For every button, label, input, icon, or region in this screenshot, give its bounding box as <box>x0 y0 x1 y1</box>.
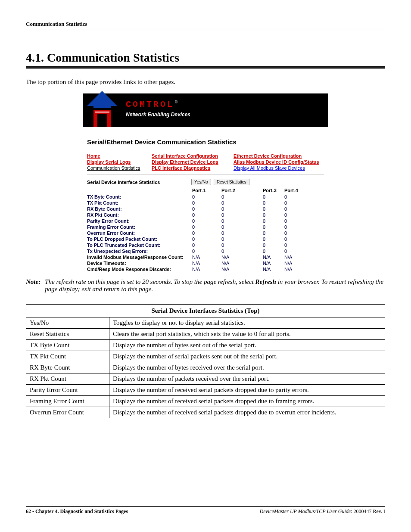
stat-value: 0 <box>221 194 263 200</box>
brand-name: COMTROL® <box>126 100 177 109</box>
stat-value: N/A <box>284 254 314 260</box>
table-row: RX Byte CountDisplays the number of byte… <box>26 362 385 373</box>
stat-value: 0 <box>284 242 314 248</box>
table-row: TX Pkt Count:0000 <box>87 200 314 206</box>
table-row: TX Pkt CountDisplays the number of seria… <box>26 351 385 362</box>
nav-divider <box>87 174 324 174</box>
stat-value: N/A <box>221 266 263 272</box>
nav-links: Home Serial Interface Configuration Ethe… <box>87 153 324 171</box>
table-row: Framing Error CountDisplays the number o… <box>26 396 385 407</box>
note-text: The refresh rate on this page is set to … <box>45 278 385 293</box>
stat-value: 0 <box>263 206 284 212</box>
definition-desc: Displays the number of received serial p… <box>109 385 385 396</box>
stat-value: 0 <box>192 206 221 212</box>
stat-label: TX Pkt Count: <box>87 200 192 206</box>
stat-value: 0 <box>263 194 284 200</box>
stat-value: 0 <box>284 212 314 218</box>
stat-value: 0 <box>221 230 263 236</box>
table-row: To PLC Truncated Packet Count:0000 <box>87 242 314 248</box>
stat-value: 0 <box>192 212 221 218</box>
screenshot-heading: Serial/Ethernet Device Communication Sta… <box>87 138 324 146</box>
link-home[interactable]: Home <box>87 153 152 159</box>
stat-value: 0 <box>263 212 284 218</box>
footer-left: 62 - Chapter 4. Diagnostic and Statistic… <box>26 508 128 515</box>
stat-label: RX Byte Count: <box>87 206 192 212</box>
col-port-4: Port-4 <box>284 187 314 194</box>
link-display-ethernet-device-logs[interactable]: Display Ethernet Device Logs <box>152 159 234 165</box>
stat-value: N/A <box>192 260 221 266</box>
definition-desc: Displays the number of received serial p… <box>109 396 385 407</box>
intro-paragraph: The top portion of this page provides li… <box>26 78 385 86</box>
stat-value: N/A <box>221 254 263 260</box>
stat-label: Cmd/Resp Mode Response Discards: <box>87 266 192 272</box>
stat-value: 0 <box>221 212 263 218</box>
definition-term: RX Pkt Count <box>26 373 109 385</box>
link-alias-modbus-device-id[interactable]: Alias Modbus Device ID Config/Status <box>234 159 324 165</box>
definition-desc: Clears the serial port statistics, which… <box>109 329 385 340</box>
stat-value: 0 <box>192 200 221 206</box>
table-row: Overrun Error Count:0000 <box>87 230 314 236</box>
stat-label: Tx Unexpected Seq Errors: <box>87 248 192 254</box>
table-row: Parity Error Count:0000 <box>87 218 314 224</box>
stat-value: 0 <box>284 248 314 254</box>
stat-value: 0 <box>263 230 284 236</box>
table-row: To PLC Dropped Packet Count:0000 <box>87 236 314 242</box>
section-name: Communication Statistics <box>47 51 179 64</box>
svg-marker-0 <box>87 91 117 108</box>
logo-arrow-icon <box>87 91 117 130</box>
table-row: Yes/NoToggles to display or not to displ… <box>26 317 385 329</box>
definition-desc: Displays the number of bytes sent out of… <box>109 340 385 351</box>
reset-statistics-button[interactable]: Reset Statistics <box>214 179 249 185</box>
stat-value: 0 <box>221 218 263 224</box>
stat-value: 0 <box>192 194 221 200</box>
embedded-screenshot: COMTROL® Network Enabling Devices Serial… <box>83 93 328 272</box>
table-row: Cmd/Resp Mode Response Discards:N/AN/AN/… <box>87 266 314 272</box>
stat-value: N/A <box>284 260 314 266</box>
table-row: Framing Error Count:0000 <box>87 224 314 230</box>
link-display-all-modbus-slave-devices[interactable]: Display All Modbus Slave Devices <box>234 165 324 171</box>
stat-value: 0 <box>192 218 221 224</box>
stat-value: 0 <box>192 230 221 236</box>
stat-value: 0 <box>284 206 314 212</box>
stat-label: TX Byte Count: <box>87 194 192 200</box>
stat-value: N/A <box>263 266 284 272</box>
link-serial-interface-config[interactable]: Serial Interface Configuration <box>152 153 234 159</box>
link-display-serial-logs[interactable]: Display Serial Logs <box>87 159 152 165</box>
stat-value: 0 <box>284 230 314 236</box>
stat-value: 0 <box>263 218 284 224</box>
stats-section-title: Serial Device Interface Statistics <box>87 180 189 185</box>
stat-value: 0 <box>192 242 221 248</box>
col-port-2: Port-2 <box>221 187 263 194</box>
stat-value: 0 <box>263 236 284 242</box>
stat-label: To PLC Truncated Packet Count: <box>87 242 192 248</box>
stat-value: 0 <box>221 248 263 254</box>
stat-value: 0 <box>221 242 263 248</box>
stat-value: 0 <box>263 224 284 230</box>
definition-term: RX Byte Count <box>26 362 109 373</box>
stat-label: Invalid Modbus Message/Response Count: <box>87 254 192 260</box>
stat-value: 0 <box>192 224 221 230</box>
table-row: RX Pkt Count:0000 <box>87 212 314 218</box>
banner: COMTROL® Network Enabling Devices <box>83 93 328 127</box>
stat-value: 0 <box>284 194 314 200</box>
table-row: Overrun Error CountDisplays the number o… <box>26 407 385 418</box>
link-ethernet-device-config[interactable]: Ethernet Device Configuration <box>234 153 324 159</box>
definition-term: Framing Error Count <box>26 396 109 407</box>
yes-no-button[interactable]: Yes/No <box>191 179 211 185</box>
definition-term: Parity Error Count <box>26 385 109 396</box>
link-plc-interface-diagnostics[interactable]: PLC Interface Diagnostics <box>152 165 234 171</box>
definition-desc: Displays the number of serial packets se… <box>109 351 385 362</box>
definition-desc: Displays the number of packets received … <box>109 373 385 385</box>
section-title: 4.1. Communication Statistics <box>26 51 385 65</box>
definition-term: Reset Statistics <box>26 329 109 340</box>
stat-value: N/A <box>263 260 284 266</box>
stat-value: 0 <box>263 248 284 254</box>
col-port-3: Port-3 <box>263 187 284 194</box>
stat-label: Overrun Error Count: <box>87 230 192 236</box>
stat-value: 0 <box>221 200 263 206</box>
stat-value: 0 <box>284 236 314 242</box>
stat-label: Parity Error Count: <box>87 218 192 224</box>
title-rule-thin <box>26 68 385 69</box>
stats-table: Port-1 Port-2 Port-3 Port-4 TX Byte Coun… <box>87 187 314 272</box>
definition-term: Yes/No <box>26 317 109 329</box>
